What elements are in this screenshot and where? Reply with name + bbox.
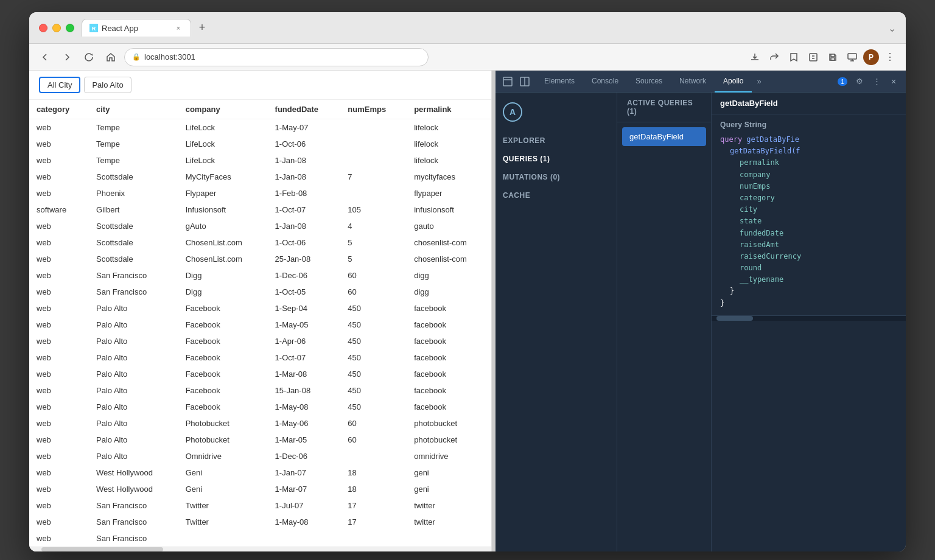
table-cell: web xyxy=(29,448,89,464)
filter-all-city[interactable]: All City xyxy=(39,77,80,93)
apollo-nav-cache[interactable]: CACHE xyxy=(496,186,617,205)
table-cell: web xyxy=(29,152,89,169)
table-cell: San Francisco xyxy=(89,514,178,530)
menu-icon[interactable]: ⋮ xyxy=(881,49,898,66)
table-cell: Palo Alto xyxy=(89,349,178,366)
svg-rect-2 xyxy=(810,54,817,61)
new-tab-button[interactable]: + xyxy=(194,19,211,37)
devtools-options-button[interactable]: ⋮ xyxy=(869,74,884,89)
table-cell: 1-Sep-04 xyxy=(268,300,341,317)
table-cell: Facebook xyxy=(178,366,268,382)
table-cell: web xyxy=(29,382,89,399)
devtools-more-tabs[interactable]: » xyxy=(752,77,766,86)
table-cell: Facebook xyxy=(178,317,268,333)
table-cell: gAuto xyxy=(178,218,268,234)
apollo-logo-icon: A xyxy=(503,102,522,122)
table-row: webPalo AltoOmnidrive1-Dec-06omnidrive xyxy=(29,448,491,464)
devtools-tab-console[interactable]: Console xyxy=(583,71,627,93)
table-cell: 1-Jan-08 xyxy=(268,218,341,234)
table-cell: Palo Alto xyxy=(89,415,178,432)
profile-avatar[interactable]: P xyxy=(863,49,879,65)
table-cell: web xyxy=(29,284,89,300)
table-cell: web xyxy=(29,399,89,415)
table-cell: digg xyxy=(407,267,491,284)
home-button[interactable] xyxy=(102,49,119,66)
query-detail-scrollbar-thumb[interactable] xyxy=(716,316,753,321)
share-icon[interactable] xyxy=(766,49,783,66)
bookmark-icon[interactable] xyxy=(785,49,802,66)
tab-bar: R React App × + xyxy=(82,19,211,37)
table-cell: photobucket xyxy=(407,432,491,448)
table-cell: Facebook xyxy=(178,300,268,317)
devtools-close-button[interactable]: × xyxy=(886,74,901,89)
table-row: webPalo AltoFacebook1-Oct-07450facebook xyxy=(29,349,491,366)
minimize-traffic-light[interactable] xyxy=(52,24,61,32)
main-content: All City Palo Alto category city company… xyxy=(29,71,906,551)
devtools-tab-elements[interactable]: Elements xyxy=(536,71,583,93)
table-cell: 1-Jan-08 xyxy=(268,152,341,169)
table-cell: infusionsoft xyxy=(407,201,491,218)
table-cell: 450 xyxy=(340,366,407,382)
apollo-query-item[interactable]: getDataByField xyxy=(622,127,706,146)
table-cell: facebook xyxy=(407,317,491,333)
active-tab[interactable]: R React App × xyxy=(82,19,191,37)
apollo-nav-items: EXPLORER QUERIES (1) MUTATIONS (0) CACHE xyxy=(496,131,617,205)
maximize-traffic-light[interactable] xyxy=(66,24,74,32)
svg-rect-4 xyxy=(848,54,856,59)
table-cell: Palo Alto xyxy=(89,333,178,349)
table-row: webScottsdalegAuto1-Jan-084gauto xyxy=(29,218,491,234)
back-button[interactable] xyxy=(37,49,54,66)
table-cell: facebook xyxy=(407,399,491,415)
table-cell: 1-Apr-06 xyxy=(268,333,341,349)
table-cell: facebook xyxy=(407,300,491,317)
desktop-icon[interactable] xyxy=(844,49,861,66)
table-cell: web xyxy=(29,349,89,366)
extensions-icon[interactable] xyxy=(805,49,822,66)
maximize-button[interactable]: ⌄ xyxy=(888,22,896,33)
table-cell: Scottsdale xyxy=(89,234,178,251)
table-row: webSan FranciscoTwitter1-Jul-0717twitter xyxy=(29,497,491,514)
table-cell: 450 xyxy=(340,317,407,333)
table-row: webPalo AltoFacebook1-Sep-04450facebook xyxy=(29,300,491,317)
table-row: webPhoenixFlypaper1-Feb-08flypaper xyxy=(29,185,491,201)
table-cell xyxy=(178,530,268,547)
table-cell: 15-Jan-08 xyxy=(268,382,341,399)
table-cell: Palo Alto xyxy=(89,382,178,399)
tab-close-button[interactable]: × xyxy=(173,23,183,33)
table-cell: 1-Mar-07 xyxy=(268,481,341,497)
table-row: webWest HollywoodGeni1-Mar-0718geni xyxy=(29,481,491,497)
query-string-label: Query String xyxy=(720,121,897,129)
filter-palo-alto[interactable]: Palo Alto xyxy=(84,77,131,93)
table-cell: web xyxy=(29,514,89,530)
devtools-undock-icon[interactable] xyxy=(517,74,532,89)
reload-button[interactable] xyxy=(80,49,97,66)
devtools-tab-sources[interactable]: Sources xyxy=(627,71,671,93)
table-cell: 1-Mar-05 xyxy=(268,432,341,448)
scrollbar-thumb[interactable] xyxy=(41,547,163,551)
devtools-settings-button[interactable]: ⚙ xyxy=(852,74,867,89)
apollo-nav-mutations[interactable]: MUTATIONS (0) xyxy=(496,168,617,186)
table-cell: 60 xyxy=(340,267,407,284)
forward-button[interactable] xyxy=(58,49,75,66)
table-cell: 5 xyxy=(340,251,407,267)
horizontal-scrollbar[interactable] xyxy=(29,547,491,551)
table-cell: Geni xyxy=(178,481,268,497)
devtools-tab-network[interactable]: Network xyxy=(671,71,715,93)
table-cell: 1-Mar-08 xyxy=(268,366,341,382)
query-detail-scrollbar[interactable] xyxy=(712,316,906,321)
table-cell: 1-Oct-07 xyxy=(268,201,341,218)
save-icon[interactable] xyxy=(824,49,841,66)
devtools-dock-icon[interactable] xyxy=(500,74,515,89)
table-cell: Palo Alto xyxy=(89,432,178,448)
table-cell: lifelock xyxy=(407,119,491,136)
apollo-nav-queries[interactable]: QUERIES (1) xyxy=(496,150,617,168)
table-cell: web xyxy=(29,234,89,251)
address-bar[interactable]: 🔒 localhost:3001 xyxy=(124,48,429,66)
table-cell xyxy=(340,136,407,152)
devtools-tab-apollo[interactable]: Apollo xyxy=(715,71,752,93)
apollo-nav-explorer[interactable]: EXPLORER xyxy=(496,131,617,150)
table-cell xyxy=(268,530,341,547)
download-icon[interactable] xyxy=(746,49,763,66)
table-cell: 450 xyxy=(340,349,407,366)
close-traffic-light[interactable] xyxy=(39,24,47,32)
